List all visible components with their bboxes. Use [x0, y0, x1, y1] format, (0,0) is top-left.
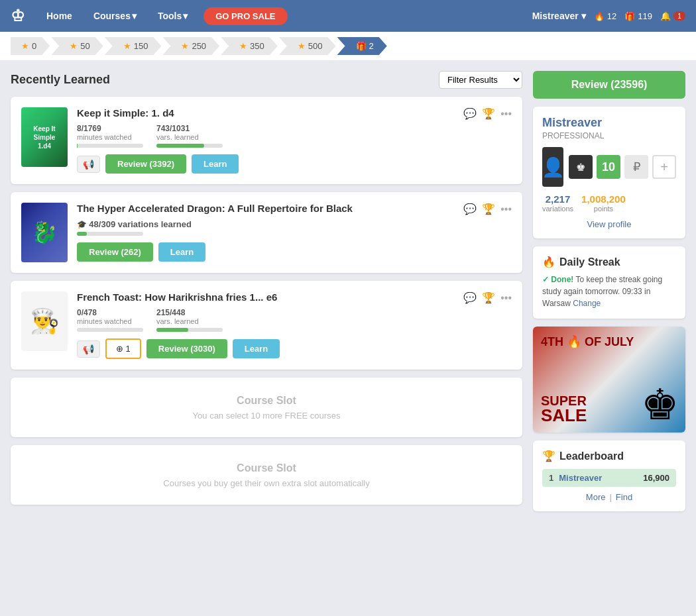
section-header: Recently Learned Filter Results — [11, 71, 522, 89]
banner-sale: SALE — [541, 405, 587, 426]
trophy-icon-3[interactable]: 🏆 — [482, 291, 495, 304]
course-thumb-3: 👨‍🍳 — [21, 291, 68, 351]
chevron-down-icon: ▾ — [183, 11, 188, 21]
lb-name[interactable]: Mistreaver — [559, 473, 638, 483]
course-title-1: Keep it Simple: 1. d4 — [77, 107, 458, 119]
star-step-250[interactable]: ★ 250 — [162, 37, 219, 55]
streak-done: ✓ Done! — [542, 275, 573, 284]
stat-label-1a: minutes watched — [77, 133, 143, 141]
course-slot-2: Course Slot Courses you buy get their ow… — [11, 445, 522, 505]
chevron-down-icon: ▾ — [132, 11, 137, 21]
nav-home[interactable]: Home — [41, 8, 78, 24]
slot-title-2: Course Slot — [237, 462, 296, 474]
stat-label-3b: vars. learned — [156, 317, 223, 325]
stat-val-2: 48/309 variations learned — [89, 219, 192, 229]
more-icon-3[interactable]: ••• — [500, 292, 512, 304]
stat-val-1b: 743/1031 — [156, 124, 223, 133]
flame-icon: 🔥 — [594, 11, 605, 21]
stars-navigation: ★ 0 ★ 50 ★ 150 ★ 250 ★ 350 ★ 500 🎁 2 — [0, 32, 696, 60]
right-column: Review (23596) Mistreaver PROFESSIONAL 👤… — [533, 71, 685, 513]
star-step-150[interactable]: ★ 150 — [105, 37, 162, 55]
review-main-button[interactable]: Review (23596) — [533, 71, 685, 99]
star-step-350[interactable]: ★ 350 — [221, 37, 278, 55]
star-step-50[interactable]: ★ 50 — [51, 37, 103, 55]
level-badge: 10 — [597, 155, 620, 179]
gift-icon: 🎁 — [624, 11, 635, 21]
comment-icon-3[interactable]: 💬 — [463, 291, 477, 304]
review-btn-3[interactable]: Review (3030) — [146, 339, 227, 358]
logo: ♔ — [11, 7, 25, 25]
add-badge-button[interactable]: + — [652, 155, 676, 179]
course-card-3: 👨‍🍳 French Toast: How Harikrishna fries … — [11, 281, 522, 370]
review-btn-2[interactable]: Review (262) — [77, 242, 153, 262]
progress-bar-3b — [156, 328, 223, 332]
stat-val-3a: 0/478 — [77, 308, 143, 317]
lb-rank: 1 — [549, 473, 553, 483]
announce-btn-1[interactable]: 📢 — [77, 156, 100, 173]
navbar: ♔ Home Courses ▾ Tools ▾ GO PRO SALE Mis… — [0, 0, 696, 32]
learn-btn-2[interactable]: Learn — [158, 242, 205, 262]
course-body-3: French Toast: How Harikrishna fries 1...… — [77, 291, 512, 359]
stat-label-1b: vars. learned — [156, 133, 223, 141]
view-profile-link[interactable]: View profile — [542, 219, 676, 229]
stat-label-3a: minutes watched — [77, 317, 143, 325]
lb-score: 16,900 — [643, 473, 669, 483]
star-step-500[interactable]: ★ 500 — [279, 37, 336, 55]
star-step-gift[interactable]: 🎁 2 — [337, 37, 387, 55]
announce-btn-3[interactable]: 📢 — [77, 340, 100, 358]
more-icon-2[interactable]: ••• — [500, 203, 512, 215]
course-title-3: French Toast: How Harikrishna fries 1...… — [77, 291, 458, 303]
chevron-down-icon: ▾ — [581, 11, 586, 21]
king-badge: ♚ — [569, 155, 593, 179]
points-value: 1,008,200 — [581, 193, 626, 205]
go-pro-button[interactable]: GO PRO SALE — [203, 7, 287, 25]
slot-desc-1: You can select 10 more FREE courses — [193, 411, 341, 421]
navbar-right: Mistreaver ▾ 🔥 12 🎁 119 🔔 1 — [532, 11, 685, 21]
counter-btn-3[interactable]: ⊕ 1 — [105, 338, 141, 359]
section-title: Recently Learned — [11, 73, 110, 87]
nav-courses[interactable]: Courses ▾ — [88, 8, 142, 24]
profile-badges: ♚ 10 ₽ + — [569, 155, 676, 179]
fire-icon: 🔥 — [542, 256, 555, 268]
profile-card: Mistreaver PROFESSIONAL 👤 ♚ 10 ₽ + 2,217… — [533, 107, 685, 238]
streak-text: ✓ Done! To keep the streak going study a… — [542, 274, 676, 309]
learn-btn-3[interactable]: Learn — [233, 339, 280, 358]
comment-icon-2[interactable]: 💬 — [463, 203, 477, 215]
more-icon-1[interactable]: ••• — [500, 108, 512, 120]
profile-role: PROFESSIONAL — [542, 131, 676, 140]
flame-badge: 🔥 12 — [594, 11, 616, 21]
user-menu[interactable]: Mistreaver ▾ — [532, 11, 586, 21]
review-btn-1[interactable]: Review (3392) — [105, 154, 186, 174]
leaderboard-card: 🏆 Leaderboard 1 Mistreaver 16,900 More |… — [533, 440, 685, 511]
banner-card[interactable]: 4TH 🔥 OF JULY SUPER SALE ♚ — [533, 327, 685, 433]
star-step-0[interactable]: ★ 0 — [11, 37, 50, 55]
variations-label: variations — [542, 205, 573, 213]
progress-bar-2 — [77, 232, 143, 236]
progress-bar-1b — [156, 144, 223, 148]
trophy-icon-1[interactable]: 🏆 — [482, 107, 495, 120]
banner-title: 4TH 🔥 OF JULY — [541, 334, 634, 350]
learn-btn-1[interactable]: Learn — [192, 154, 239, 174]
course-title-2: The Hyper Accelerated Dragon: A Full Rep… — [77, 203, 458, 214]
nav-tools[interactable]: Tools ▾ — [152, 8, 193, 24]
streak-card: 🔥 Daily Streak ✓ Done! To keep the strea… — [533, 246, 685, 319]
course-thumb-1: Keep It Simple1.d4 — [21, 107, 68, 167]
course-body-2: The Hyper Accelerated Dragon: A Full Rep… — [77, 203, 512, 262]
bell-icon: 🔔 — [660, 11, 671, 21]
lb-find-link[interactable]: Find — [616, 492, 632, 502]
streak-change-link[interactable]: Change — [573, 299, 601, 308]
progress-bar-1a — [77, 144, 143, 148]
points-label: points — [581, 205, 626, 213]
bell-badge: 🔔 1 — [660, 11, 685, 21]
comment-icon-1[interactable]: 💬 — [463, 107, 477, 120]
course-card-1: Keep It Simple1.d4 Keep it Simple: 1. d4… — [11, 97, 522, 184]
variations-value: 2,217 — [542, 193, 573, 205]
trophy-icon-2[interactable]: 🏆 — [482, 203, 495, 215]
filter-select[interactable]: Filter Results — [439, 71, 522, 89]
lb-more-link[interactable]: More — [586, 492, 606, 502]
profile-avatar: 👤 — [542, 147, 563, 187]
course-slot-1: Course Slot You can select 10 more FREE … — [11, 378, 522, 437]
trophy-icon: 🏆 — [542, 450, 555, 462]
banner-chess-icon: ♚ — [641, 384, 679, 426]
ruble-badge: ₽ — [624, 155, 648, 179]
